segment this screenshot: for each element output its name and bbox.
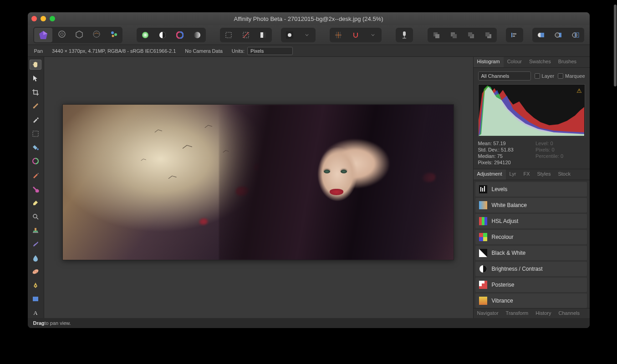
align-button[interactable] — [507, 29, 522, 41]
stamp-tool[interactable] — [30, 225, 41, 235]
blur-tool[interactable] — [30, 253, 41, 263]
layer-checkbox[interactable]: Layer — [535, 73, 555, 79]
svg-point-7 — [114, 33, 117, 36]
svg-rect-38 — [513, 33, 516, 35]
flood-fill-tool[interactable] — [30, 142, 41, 152]
pen-tool[interactable] — [30, 280, 41, 290]
tab-histogram[interactable]: Histogram — [474, 57, 504, 67]
rgb-wheel-button[interactable] — [138, 29, 153, 41]
tab-layers[interactable]: Lyr — [506, 169, 520, 180]
deselect-button[interactable] — [238, 29, 254, 41]
tone-persona-button[interactable] — [89, 28, 104, 40]
selection-tools-group — [220, 28, 272, 42]
assistant-button[interactable] — [397, 29, 412, 41]
close-button[interactable] — [31, 16, 37, 21]
zoom-tool[interactable] — [30, 211, 41, 221]
move-back-button[interactable] — [428, 29, 444, 41]
svg-rect-65 — [479, 201, 487, 209]
status-action: Drag — [33, 320, 45, 326]
refine-button[interactable] — [255, 29, 271, 41]
canvas[interactable]: ︿ ︿ ︿ ︿ ︿ ︿ — [44, 57, 473, 318]
svg-rect-55 — [33, 232, 38, 233]
move-backward-button[interactable] — [446, 29, 461, 41]
tab-transform[interactable]: Transform — [502, 308, 532, 318]
develop-persona-button[interactable] — [71, 28, 87, 40]
tab-colour[interactable]: Colour — [504, 57, 525, 67]
maximize-button[interactable] — [50, 16, 55, 21]
svg-rect-63 — [482, 188, 483, 192]
export-persona-button[interactable] — [106, 28, 122, 40]
quick-mask-button[interactable] — [282, 29, 297, 41]
status-hint: to pan view. — [45, 320, 71, 326]
channel-select[interactable]: All Channels — [478, 71, 531, 81]
clipping-warning-icon: ⚠ — [576, 87, 582, 94]
svg-rect-71 — [479, 237, 483, 241]
tab-styles[interactable]: Styles — [533, 169, 554, 180]
tab-history[interactable]: History — [532, 308, 555, 318]
adj-black-white[interactable]: Black & White — [475, 246, 587, 260]
svg-rect-60 — [33, 297, 38, 301]
tab-adjustment[interactable]: Adjustment — [474, 169, 506, 180]
move-forward-button[interactable] — [463, 29, 479, 41]
contrast-button[interactable] — [155, 29, 170, 41]
smudge-tool[interactable] — [30, 239, 41, 249]
tab-stock[interactable]: Stock — [554, 169, 574, 180]
adj-brightness-contrast[interactable]: Brightness / Contrast — [475, 262, 587, 276]
tab-fx[interactable]: FX — [520, 169, 533, 180]
titlebar: Affinity Photo Beta - 27012015-bg@2x--de… — [28, 12, 590, 25]
tab-navigator[interactable]: Navigator — [474, 308, 502, 318]
pencil-tool[interactable] — [30, 170, 41, 180]
svg-point-57 — [34, 271, 35, 272]
adj-posterise[interactable]: Posterise — [475, 278, 587, 292]
tab-brushes[interactable]: Brushes — [555, 57, 580, 67]
selection-tool[interactable] — [30, 129, 41, 139]
clone-tool[interactable] — [30, 184, 41, 194]
rectangle-tool[interactable] — [30, 294, 41, 304]
tab-swatches[interactable]: Swatches — [525, 57, 555, 67]
crop-tool[interactable] — [30, 87, 41, 97]
assistant-group — [396, 28, 413, 42]
adj-levels[interactable]: Levels — [475, 182, 587, 197]
svg-point-6 — [111, 31, 114, 34]
adj-white-balance[interactable]: White Balance — [475, 198, 587, 212]
color-replacement-tool[interactable] — [30, 156, 41, 166]
stat-percentile: Percentile: 0 — [535, 153, 585, 159]
marquee-button[interactable] — [221, 29, 236, 41]
add-shapes-button[interactable] — [533, 29, 549, 41]
adj-hsl[interactable]: HSL Adjust — [475, 214, 587, 228]
hue-wheel-button[interactable] — [172, 29, 188, 41]
move-front-button[interactable] — [480, 29, 496, 41]
text-tool[interactable]: A — [30, 308, 41, 318]
svg-rect-34 — [468, 32, 472, 36]
svg-point-56 — [32, 268, 39, 275]
current-tool-label: Pan — [34, 48, 43, 54]
units-select[interactable]: Pixels — [247, 47, 293, 55]
intersect-shapes-button[interactable] — [568, 29, 583, 41]
subtract-shapes-button[interactable] — [551, 29, 566, 41]
tools-panel: A — [28, 57, 44, 318]
luminosity-button[interactable] — [189, 29, 205, 41]
tab-channels[interactable]: Channels — [555, 308, 583, 318]
svg-line-52 — [36, 217, 38, 219]
grid-toggle[interactable] — [331, 29, 346, 41]
snap-dropdown[interactable] — [365, 29, 381, 41]
window-controls — [31, 16, 55, 21]
minimize-button[interactable] — [41, 16, 46, 21]
units-label: Units: — [232, 48, 245, 54]
color-picker-tool[interactable] — [30, 115, 41, 125]
adj-recolour[interactable]: Recolour — [475, 230, 587, 244]
erase-tool[interactable] — [30, 197, 41, 207]
move-tool[interactable] — [30, 73, 41, 83]
healing-tool[interactable] — [30, 267, 41, 277]
liquify-persona-button[interactable] — [54, 28, 70, 40]
svg-point-51 — [33, 214, 37, 218]
marquee-checkbox[interactable]: Marquee — [558, 73, 585, 79]
document-image: ︿ ︿ ︿ ︿ ︿ ︿ — [62, 104, 454, 260]
paint-brush-tool[interactable] — [30, 101, 41, 111]
photo-persona-button[interactable] — [34, 28, 52, 42]
snap-toggle[interactable] — [348, 29, 363, 41]
hand-tool[interactable] — [30, 60, 41, 70]
adj-vibrance[interactable]: Vibrance — [475, 293, 587, 308]
mask-dropdown[interactable] — [299, 29, 315, 41]
svg-rect-30 — [435, 34, 439, 38]
